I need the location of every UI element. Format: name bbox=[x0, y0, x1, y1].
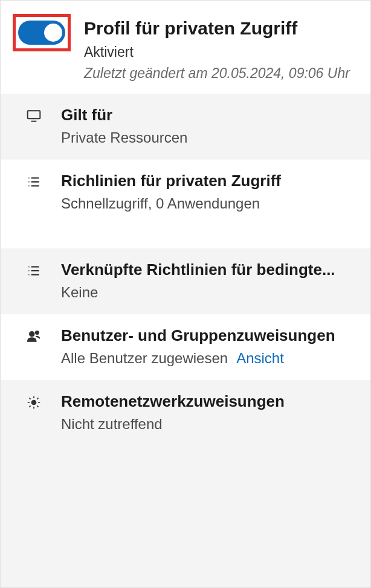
view-link[interactable]: Ansicht bbox=[236, 350, 284, 367]
toggle-knob bbox=[44, 24, 62, 42]
list-icon bbox=[24, 172, 44, 190]
row-subtitle: Schnellzugriff, 0 Anwendungen bbox=[61, 195, 358, 212]
row-private-access-policies: Richlinien für privaten Zugriff Schnellz… bbox=[1, 160, 370, 248]
svg-point-15 bbox=[36, 331, 39, 334]
row-remote-network-assignments: Remotenetzwerkzuweisungen Nicht zutreffe… bbox=[1, 380, 370, 446]
profile-title: Profil für privaten Zugriff bbox=[84, 18, 350, 39]
gear-icon bbox=[24, 392, 44, 410]
row-subtitle: Keine bbox=[61, 284, 358, 301]
profile-status: Aktiviert bbox=[84, 44, 350, 60]
toggle-highlight-box bbox=[13, 14, 71, 51]
profile-header: Profil für privaten Zugriff Aktiviert Zu… bbox=[1, 1, 370, 94]
row-applies-to: Gilt für Private Ressourcen bbox=[1, 94, 370, 160]
row-subtitle: Private Ressourcen bbox=[61, 129, 358, 146]
row-subtitle-line: Alle Benutzer zugewiesen Ansicht bbox=[61, 350, 358, 367]
row-body: Remotenetzwerkzuweisungen Nicht zutreffe… bbox=[61, 392, 358, 433]
row-body: Verknüpfte Richtlinien für bedingte... K… bbox=[61, 260, 358, 301]
card-filler bbox=[1, 446, 370, 587]
row-body: Benutzer- und Gruppenzuweisungen Alle Be… bbox=[61, 326, 358, 367]
row-title: Gilt für bbox=[61, 106, 358, 124]
svg-rect-0 bbox=[28, 111, 40, 118]
profile-enable-toggle[interactable] bbox=[18, 21, 65, 45]
monitor-icon bbox=[24, 106, 44, 124]
row-title: Richlinien für privaten Zugriff bbox=[61, 172, 358, 190]
row-linked-ca-policies: Verknüpfte Richtlinien für bedingte... K… bbox=[1, 248, 370, 314]
row-title: Benutzer- und Gruppenzuweisungen bbox=[61, 326, 358, 345]
profile-last-modified: Zuletzt geändert am 20.05.2024, 09:06 Uh… bbox=[84, 65, 350, 82]
header-text-group: Profil für privaten Zugriff Aktiviert Zu… bbox=[84, 14, 350, 82]
row-body: Richlinien für privaten Zugriff Schnellz… bbox=[61, 172, 358, 212]
row-user-group-assignments: Benutzer- und Gruppenzuweisungen Alle Be… bbox=[1, 314, 370, 380]
row-title: Remotenetzwerkzuweisungen bbox=[61, 392, 358, 411]
row-subtitle: Alle Benutzer zugewiesen bbox=[61, 350, 228, 367]
row-title: Verknüpfte Richtlinien für bedingte... bbox=[61, 260, 358, 279]
svg-point-16 bbox=[32, 401, 36, 405]
row-body: Gilt für Private Ressourcen bbox=[61, 106, 358, 146]
list-icon bbox=[24, 260, 44, 279]
profile-card: Profil für privaten Zugriff Aktiviert Zu… bbox=[0, 0, 371, 588]
row-subtitle: Nicht zutreffend bbox=[61, 416, 358, 433]
people-icon bbox=[24, 326, 44, 344]
svg-point-14 bbox=[30, 332, 34, 337]
